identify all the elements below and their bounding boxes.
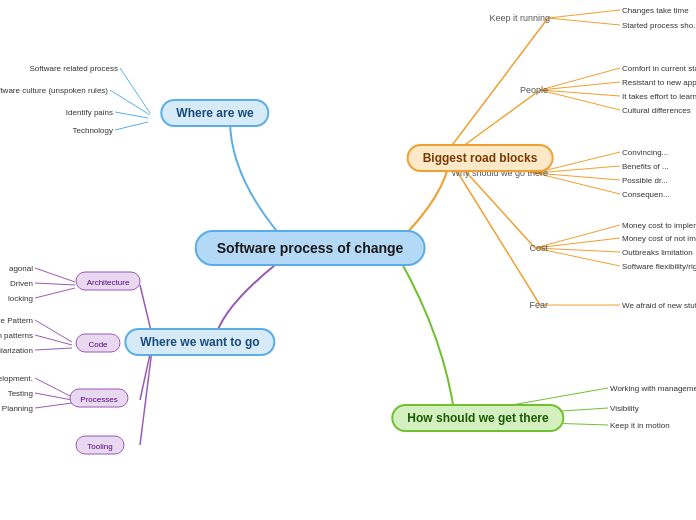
svg-text:Working with manageme...: Working with manageme... — [610, 384, 696, 393]
svg-text:agonal: agonal — [9, 264, 33, 273]
svg-text:elopment.: elopment. — [0, 374, 33, 383]
svg-text:Resistant to new approach: Resistant to new approach — [622, 78, 696, 87]
svg-text:Keep it running: Keep it running — [489, 13, 550, 23]
svg-text:Identify pains: Identify pains — [66, 108, 113, 117]
svg-text:Cost: Cost — [529, 243, 548, 253]
svg-text:Driven: Driven — [10, 279, 33, 288]
svg-text:Technology: Technology — [73, 126, 113, 135]
svg-text:Outbreaks limitation: Outbreaks limitation — [622, 248, 693, 257]
svg-text:Software flexibility/rigidity: Software flexibility/rigidity — [622, 262, 696, 271]
svg-text:Money cost to implement: Money cost to implement — [622, 221, 696, 230]
svg-text:Software Pattern: Software Pattern — [0, 316, 33, 325]
svg-text:Architecture: Architecture — [87, 278, 130, 287]
svg-text:Benefits of ...: Benefits of ... — [622, 162, 669, 171]
svg-text:Software related process: Software related process — [30, 64, 119, 73]
svg-text:We afraid of new stuff: We afraid of new stuff — [622, 301, 696, 310]
center-node: Software process of change — [195, 230, 426, 266]
svg-text:Code: Code — [88, 340, 108, 349]
svg-text:Cultural differences: Cultural differences — [622, 106, 691, 115]
where-are-we-node: Where are we — [160, 99, 269, 127]
svg-text:Planning: Planning — [2, 404, 33, 413]
svg-text:People: People — [520, 85, 548, 95]
svg-text:Testing: Testing — [8, 389, 33, 398]
svg-text:Software culture (unspoken rul: Software culture (unspoken rules) — [0, 86, 108, 95]
svg-text:Keep it in motion: Keep it in motion — [610, 421, 670, 430]
svg-text:Consequen...: Consequen... — [622, 190, 670, 199]
how-get-there-node: How should we get there — [391, 404, 564, 432]
svg-text:Convincing...: Convincing... — [622, 148, 668, 157]
svg-text:Possible dr...: Possible dr... — [622, 176, 668, 185]
svg-text:Modularization: Modularization — [0, 346, 33, 355]
svg-text:Fear: Fear — [529, 300, 548, 310]
svg-text:locking: locking — [8, 294, 33, 303]
where-want-to-go-node: Where we want to go — [124, 328, 275, 356]
biggest-road-blocks-node: Biggest road blocks — [407, 144, 554, 172]
svg-text:Tooling: Tooling — [87, 442, 112, 451]
svg-text:Processes: Processes — [80, 395, 117, 404]
svg-text:Visibility: Visibility — [610, 404, 639, 413]
svg-text:Comfort in current state: Comfort in current state — [622, 64, 696, 73]
svg-text:Started process sho...: Started process sho... — [622, 21, 696, 30]
svg-text:It takes effort to learn new w: It takes effort to learn new w... — [622, 92, 696, 101]
svg-text:Money cost of not implementi..: Money cost of not implementi... — [622, 234, 696, 243]
svg-text:design patterns: design patterns — [0, 331, 33, 340]
svg-text:Changes take time: Changes take time — [622, 6, 689, 15]
